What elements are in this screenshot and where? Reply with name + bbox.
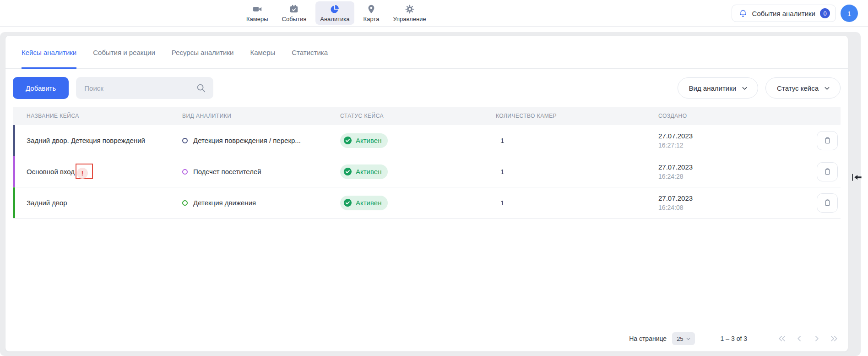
- error-highlight-box: !: [76, 164, 93, 179]
- bell-icon: [738, 9, 748, 18]
- column-header-camera-count: Количество камер: [496, 113, 658, 119]
- check-circle-icon: [343, 136, 352, 145]
- case-status-filter[interactable]: Статус кейса: [765, 77, 841, 99]
- created-cell: 27.07.2023 16:27:12: [658, 132, 693, 149]
- nav-label: Аналитика: [320, 16, 349, 22]
- analytics-type-icon: [182, 169, 188, 175]
- table-row[interactable]: Задний двор. Детекция повреждений Детекц…: [13, 125, 841, 156]
- section-tabs: Кейсы аналитики События и реакции Ресурс…: [5, 36, 848, 69]
- case-name: Задний двор. Детекция повреждений: [27, 137, 145, 144]
- tab-statistics[interactable]: Статистика: [292, 49, 328, 69]
- analytics-events-label: События аналитики: [752, 10, 815, 17]
- created-time: 16:24:28: [658, 173, 693, 180]
- analytics-type-label: Подсчет посетителей: [193, 168, 261, 175]
- table-row[interactable]: Основной вход ! Подсчет посетителей Акти…: [13, 156, 841, 187]
- mouse-cursor: [852, 173, 863, 182]
- created-cell: 27.07.2023 16:24:08: [658, 194, 693, 211]
- chevron-left-icon: [795, 334, 804, 343]
- nav-item-map[interactable]: Карта: [359, 1, 384, 25]
- camera-count: 1: [496, 137, 658, 144]
- trash-icon: [823, 136, 832, 145]
- status-label: Активен: [356, 168, 381, 175]
- check-circle-icon: [343, 167, 352, 176]
- delete-case-button[interactable]: [817, 193, 838, 213]
- tab-analytics-cases[interactable]: Кейсы аналитики: [22, 49, 76, 69]
- status-badge: Активен: [340, 164, 388, 179]
- analytics-type-label: Детекция повреждения / перекр...: [193, 137, 301, 144]
- case-color-bar: [13, 125, 15, 156]
- tab-cameras[interactable]: Камеры: [250, 49, 275, 69]
- delete-case-button[interactable]: [817, 162, 838, 181]
- case-name: Основной вход: [27, 168, 75, 175]
- search-icon: [196, 83, 206, 93]
- created-date: 27.07.2023: [658, 163, 693, 171]
- table-toolbar: Добавить Вид аналитики Статус кейса: [5, 77, 848, 99]
- search-box: [76, 77, 213, 99]
- previous-page-button[interactable]: [794, 333, 805, 344]
- column-header-analytics-type: Вид аналитики: [182, 113, 340, 119]
- column-header-created: Создано: [658, 113, 796, 119]
- nav-label: Управление: [393, 16, 426, 22]
- trash-icon: [823, 198, 832, 207]
- pagination-bar: На странице 25 1 – 3 of 3: [5, 326, 848, 351]
- per-page-label: На странице: [629, 335, 667, 342]
- case-color-bar: [13, 156, 15, 187]
- case-name: Задний двор: [27, 199, 67, 207]
- main-navigation: Камеры События Аналитика Карта Управлени: [242, 1, 431, 25]
- status-label: Активен: [356, 137, 381, 144]
- pie-chart-icon: [330, 4, 340, 14]
- pager-buttons: [776, 333, 840, 344]
- nav-item-events[interactable]: События: [277, 1, 311, 25]
- analytics-type-filter[interactable]: Вид аналитики: [678, 77, 759, 99]
- map-pin-icon: [366, 4, 376, 14]
- per-page-select[interactable]: 25: [672, 332, 694, 345]
- analytics-type-icon: [182, 138, 188, 143]
- check-circle-icon: [343, 198, 352, 207]
- created-date: 27.07.2023: [658, 194, 693, 202]
- search-input[interactable]: [76, 77, 213, 99]
- created-time: 16:24:08: [658, 204, 693, 211]
- table-row[interactable]: Задний двор Детекция движения Активен 1 …: [13, 187, 841, 219]
- nav-item-analytics[interactable]: Аналитика: [315, 1, 354, 25]
- first-page-button[interactable]: [776, 333, 787, 344]
- trash-icon: [823, 167, 832, 176]
- calendar-event-icon: [289, 4, 299, 14]
- column-header-case-status: Статус кейса: [340, 113, 496, 119]
- double-chevron-right-icon: [830, 334, 839, 343]
- created-time: 16:27:12: [658, 142, 693, 149]
- last-page-button[interactable]: [829, 333, 840, 344]
- case-status-filter-label: Статус кейса: [777, 84, 819, 92]
- add-case-button[interactable]: Добавить: [13, 77, 69, 99]
- analytics-type-icon: [182, 200, 188, 206]
- cases-table: Название кейса Вид аналитики Статус кейс…: [13, 107, 841, 219]
- double-chevron-left-icon: [777, 334, 787, 343]
- case-color-bar: [13, 187, 15, 218]
- table-header-row: Название кейса Вид аналитики Статус кейс…: [13, 107, 841, 125]
- nav-item-management[interactable]: Управление: [388, 1, 430, 25]
- error-exclamation-icon[interactable]: !: [77, 168, 88, 179]
- camera-icon: [252, 4, 262, 14]
- analytics-events-button[interactable]: События аналитики 0: [732, 5, 836, 22]
- created-date: 27.07.2023: [658, 132, 693, 140]
- per-page-value: 25: [677, 335, 683, 342]
- tab-analytics-resources[interactable]: Ресурсы аналитики: [172, 49, 234, 69]
- status-label: Активен: [356, 199, 381, 207]
- user-avatar[interactable]: 1: [841, 5, 858, 22]
- gear-icon: [405, 4, 415, 14]
- nav-label: События: [282, 16, 307, 22]
- column-header-case-name: Название кейса: [13, 113, 182, 119]
- tab-events-reactions[interactable]: События и реакции: [93, 49, 155, 69]
- chevron-down-icon: [741, 84, 749, 92]
- analytics-type-filter-label: Вид аналитики: [689, 84, 737, 92]
- status-badge: Активен: [340, 133, 388, 148]
- camera-count: 1: [496, 168, 658, 175]
- analytics-cases-panel: Кейсы аналитики События и реакции Ресурс…: [5, 36, 848, 351]
- delete-case-button[interactable]: [817, 131, 838, 150]
- events-count-badge: 0: [820, 8, 830, 18]
- next-page-button[interactable]: [811, 333, 822, 344]
- nav-item-cameras[interactable]: Камеры: [242, 1, 273, 25]
- created-cell: 27.07.2023 16:24:28: [658, 163, 693, 180]
- camera-count: 1: [496, 199, 658, 207]
- analytics-type-label: Детекция движения: [193, 199, 256, 207]
- chevron-down-icon: [685, 336, 691, 342]
